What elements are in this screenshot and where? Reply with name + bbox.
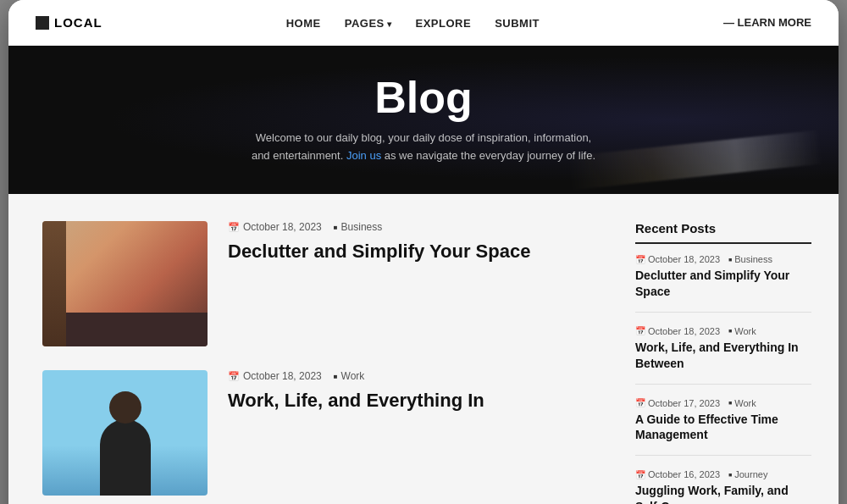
nav-pages-link[interactable]: PAGES (345, 17, 392, 30)
post-image-2[interactable] (42, 370, 208, 496)
recent-date-4: October 16, 2023 (635, 469, 720, 479)
nav-links: HOME PAGES EXPLORE SUBMIT (286, 15, 540, 30)
nav-explore-link[interactable]: EXPLORE (416, 17, 472, 30)
sidebar: Recent Posts October 18, 2023 Business D… (618, 221, 839, 504)
posts-column: October 18, 2023 Business Declutter and … (8, 221, 618, 504)
brand-icon (36, 16, 49, 30)
recent-category-4[interactable]: Journey (728, 469, 767, 479)
browser-frame: LOCAL HOME PAGES EXPLORE SUBMIT — LEARN … (8, 0, 839, 504)
brand-name: LOCAL (54, 15, 102, 30)
nav-submit-link[interactable]: SUBMIT (495, 17, 540, 30)
recent-post-meta-3: October 17, 2023 Work (635, 398, 811, 408)
nav-cta-label: — LEARN MORE (723, 16, 811, 29)
brand[interactable]: LOCAL (36, 15, 102, 30)
nav-explore[interactable]: EXPLORE (416, 15, 472, 30)
post-card: October 18, 2023 Business Declutter and … (42, 221, 598, 346)
recent-post-title-4[interactable]: Juggling Work, Family, and Self-Care (635, 483, 811, 504)
post-date-1: October 18, 2023 (228, 221, 322, 233)
recent-category-3[interactable]: Work (728, 398, 756, 408)
hero-subtitle: Welcome to our daily blog, your daily do… (246, 130, 601, 165)
recent-post-title-3[interactable]: A Guide to Effective Time Management (635, 412, 811, 444)
hero-join-link[interactable]: Join us (346, 149, 381, 162)
post-meta-2: October 18, 2023 Work (228, 370, 484, 382)
post-category-2[interactable]: Work (334, 370, 365, 382)
recent-post-item-3: October 17, 2023 Work A Guide to Effecti… (635, 398, 811, 457)
post-card-2: October 18, 2023 Work Work, Life, and Ev… (42, 370, 598, 496)
recent-post-meta-1: October 18, 2023 Business (635, 254, 811, 264)
nav-pages[interactable]: PAGES (345, 15, 392, 30)
recent-post-meta-4: October 16, 2023 Journey (635, 469, 811, 479)
recent-post-title-2[interactable]: Work, Life, and Everything In Between (635, 340, 811, 372)
hero-content: Blog Welcome to our daily blog, your dai… (246, 75, 601, 165)
recent-post-item-2: October 18, 2023 Work Work, Life, and Ev… (635, 326, 811, 385)
post-title-2[interactable]: Work, Life, and Everything In (228, 389, 484, 413)
post-date-2: October 18, 2023 (228, 370, 322, 382)
post-title-1[interactable]: Declutter and Simplify Your Space (228, 240, 530, 264)
recent-category-1[interactable]: Business (728, 254, 772, 264)
recent-post-title-1[interactable]: Declutter and Simplify Your Space (635, 268, 811, 300)
nav-home[interactable]: HOME (286, 15, 321, 30)
sidebar-title: Recent Posts (635, 221, 811, 244)
recent-date-2: October 18, 2023 (635, 326, 720, 336)
hero-title: Blog (246, 75, 601, 119)
recent-post-item-4: October 16, 2023 Journey Juggling Work, … (635, 469, 811, 504)
navbar: LOCAL HOME PAGES EXPLORE SUBMIT — LEARN … (8, 0, 839, 46)
nav-cta[interactable]: — LEARN MORE (723, 16, 811, 29)
post-image-person (42, 370, 208, 496)
recent-category-2[interactable]: Work (728, 326, 756, 336)
main-content: October 18, 2023 Business Declutter and … (8, 194, 839, 504)
nav-submit[interactable]: SUBMIT (495, 15, 540, 30)
recent-date-1: October 18, 2023 (635, 254, 720, 264)
post-meta-1: October 18, 2023 Business (228, 221, 530, 233)
post-body-1: October 18, 2023 Business Declutter and … (228, 221, 530, 264)
nav-home-link[interactable]: HOME (286, 17, 321, 30)
recent-post-meta-2: October 18, 2023 Work (635, 326, 811, 336)
recent-date-3: October 17, 2023 (635, 398, 720, 408)
hero-section: Blog Welcome to our daily blog, your dai… (8, 46, 839, 194)
post-category-1[interactable]: Business (334, 221, 383, 233)
post-body-2: October 18, 2023 Work Work, Life, and Ev… (228, 370, 484, 413)
recent-post-item-1: October 18, 2023 Business Declutter and … (635, 254, 811, 313)
post-image-1[interactable] (42, 221, 208, 346)
post-image-room (42, 221, 208, 346)
